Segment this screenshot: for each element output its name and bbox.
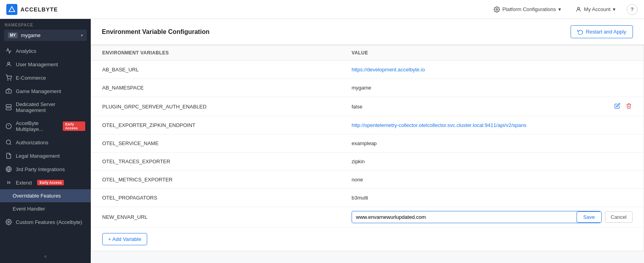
env-var-table: Environment Variables Value AB_BASE_URLh… [91, 45, 644, 251]
env-var-value: http://opentelemetry-collector.otelcolle… [352, 122, 601, 128]
env-var-value: exampleap [352, 140, 601, 146]
sidebar-item-dedicated-server[interactable]: Dedicated Server Management [0, 98, 91, 117]
env-var-key: AB_NAMESPACE [102, 85, 352, 91]
table-row: AB_NAMESPACEmygame [91, 79, 644, 97]
sidebar-label-authorizations: Authorizations [16, 140, 48, 145]
add-variable-button[interactable]: + Add Variable [102, 233, 147, 245]
cancel-new-var-button[interactable]: Cancel [605, 211, 633, 223]
help-btn[interactable]: ? [627, 4, 638, 15]
sidebar-item-legal-management[interactable]: Legal Management [0, 149, 91, 162]
platform-config-btn[interactable]: Platform Configurations ▾ [490, 5, 564, 14]
shopping-icon [6, 75, 12, 81]
extend-icon [6, 179, 12, 186]
restart-apply-label: Restart and Apply [586, 29, 626, 35]
sidebar-item-event-handler[interactable]: Event Handler [0, 202, 91, 215]
new-var-key: NEW_ENVAR_URL [102, 214, 352, 220]
logo-text: ACCELBYTE [21, 6, 58, 13]
account-icon [575, 6, 582, 13]
restart-apply-button[interactable]: Restart and Apply [571, 25, 633, 38]
early-access-badge-multiplayer: Early Access [63, 121, 85, 131]
sidebar-label-analytics: Analytics [16, 48, 36, 54]
env-var-value: mygame [352, 85, 601, 91]
collapse-icon: « [44, 253, 47, 259]
auth-icon [6, 139, 12, 145]
env-var-value: zipkin [352, 159, 601, 164]
namespace-selector[interactable]: MY mygame ▾ [4, 30, 87, 41]
sidebar-item-authorizations[interactable]: Authorizations [0, 136, 91, 149]
sidebar-label-extend: Extend [16, 180, 32, 186]
table-row: OTEL_EXPORTER_ZIPKIN_ENDPOINThttp://open… [91, 116, 644, 134]
table-header: Environment Variables Value [91, 45, 644, 61]
sidebar-label-ecommerce: E-Commerce [16, 75, 46, 81]
topnav-logo-area: ACCELBYTE [6, 4, 58, 15]
save-new-var-button[interactable]: Save [577, 211, 602, 223]
svg-point-2 [577, 7, 579, 9]
sidebar: NAMESPACE MY mygame ▾ Analytics User Man… [0, 19, 91, 263]
sidebar-label-dedicated-server: Dedicated Server Management [16, 101, 85, 113]
svg-rect-9 [6, 104, 11, 106]
topnav-right: Platform Configurations ▾ My Account ▾ ? [490, 4, 638, 15]
svg-line-17 [10, 144, 11, 145]
svg-point-5 [11, 80, 11, 80]
delete-icon[interactable] [625, 102, 633, 111]
namespace-badge: MY [8, 32, 18, 38]
edit-icon[interactable] [614, 102, 621, 111]
table-rows-container: AB_BASE_URLhttps://development.accelbyte… [91, 61, 644, 207]
logo-icon [6, 4, 17, 15]
table-row: OTEL_TRACES_EXPORTERzipkin [91, 153, 644, 171]
new-variable-row: NEW_ENVAR_URL Save Cancel [91, 207, 644, 228]
row-actions [601, 102, 633, 111]
account-btn[interactable]: My Account ▾ [572, 5, 619, 14]
env-var-key: OTEL_EXPORTER_ZIPKIN_ENDPOINT [102, 122, 352, 128]
col-header-key: Environment Variables [102, 50, 352, 56]
table-row: PLUGIN_GRPC_SERVER_AUTH_ENABLEDfalse [91, 97, 644, 116]
sidebar-item-analytics[interactable]: Analytics [0, 44, 91, 58]
namespace-name: mygame [21, 32, 41, 38]
sidebar-item-game-management[interactable]: Game Management [0, 84, 91, 98]
svg-point-20 [8, 221, 9, 223]
sidebar-item-3rd-party[interactable]: 3rd Party Integrations [0, 162, 91, 176]
svg-rect-10 [6, 108, 11, 110]
env-var-value: b3multi [352, 195, 601, 201]
env-var-key: OTEL_TRACES_EXPORTER [102, 159, 352, 164]
table-row: OTEL_PROPAGATORSb3multi [91, 189, 644, 207]
restart-icon [577, 29, 583, 35]
layout: NAMESPACE MY mygame ▾ Analytics User Man… [0, 19, 644, 263]
env-var-value: false [352, 104, 601, 110]
sidebar-label-legal-management: Legal Management [16, 153, 60, 159]
server-icon [6, 104, 12, 110]
table-row: OTEL_SERVICE_NAMEexampleap [91, 134, 644, 153]
account-label: My Account [584, 6, 610, 12]
sidebar-item-accelbyte-multiplayer[interactable]: AccelByte Multiplaye... Early Access [0, 117, 91, 136]
sidebar-collapse-btn[interactable]: « [0, 249, 91, 263]
new-var-input[interactable] [352, 211, 601, 223]
platform-config-chevron: ▾ [558, 6, 561, 12]
table-row: AB_BASE_URLhttps://development.accelbyte… [91, 61, 644, 79]
user-icon [6, 61, 12, 67]
env-var-key: OTEL_METRICS_EXPORTER [102, 177, 352, 183]
col-header-value: Value [352, 50, 601, 56]
sidebar-label-custom-features: Custom Features (Accelbyte) [16, 219, 82, 225]
platform-config-label: Platform Configurations [502, 6, 556, 12]
svg-marker-0 [9, 6, 15, 11]
gear-icon [494, 6, 500, 13]
sidebar-item-ecommerce[interactable]: E-Commerce [0, 71, 91, 84]
integration-icon [6, 166, 12, 172]
sidebar-label-event-handler: Event Handler [13, 206, 45, 212]
sidebar-label-overridable-features: Overridable Features [13, 193, 61, 199]
sidebar-item-overridable-features[interactable]: Overridable Features [0, 189, 91, 202]
custom-icon [6, 219, 12, 225]
add-variable-row: + Add Variable [91, 228, 644, 251]
env-var-value: https://development.accelbyte.io [352, 67, 601, 73]
multiplayer-icon [6, 123, 12, 129]
add-variable-label: + Add Variable [108, 236, 141, 242]
sidebar-item-custom-features[interactable]: Custom Features (Accelbyte) [0, 215, 91, 229]
sidebar-item-extend[interactable]: Extend Early Access [0, 176, 91, 189]
env-var-key: PLUGIN_GRPC_SERVER_AUTH_ENABLED [102, 104, 352, 110]
col-header-actions [601, 50, 633, 56]
help-icon: ? [631, 6, 634, 12]
page-title: Environment Variable Configuration [102, 28, 210, 35]
sidebar-item-user-management[interactable]: User Management [0, 58, 91, 71]
page-header: Environment Variable Configuration Resta… [91, 19, 644, 45]
main-content: Environment Variable Configuration Resta… [91, 19, 644, 263]
